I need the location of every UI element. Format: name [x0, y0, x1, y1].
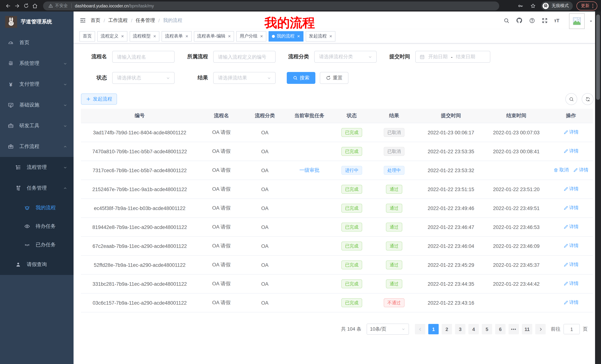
font-size-icon[interactable]: тT	[554, 18, 559, 23]
close-icon[interactable]: ×	[260, 34, 263, 38]
cell-submit-time: 2022-01-22 23:53:35	[418, 142, 484, 161]
page-button-3[interactable]: 3	[455, 324, 465, 334]
security-warning[interactable]: 不安全	[48, 3, 68, 9]
sidebar-item-payment-management[interactable]: ¥ 支付管理	[0, 74, 74, 95]
sidebar-item-leave-query[interactable]: 请假查询	[0, 254, 74, 275]
back-icon[interactable]	[4, 1, 13, 10]
close-icon[interactable]: ×	[153, 34, 156, 38]
close-icon[interactable]: ×	[329, 34, 332, 38]
detail-link[interactable]: 详情	[563, 299, 579, 306]
detail-link[interactable]: 详情	[563, 243, 579, 249]
process-definition-input[interactable]	[213, 51, 276, 63]
page-button-5[interactable]: 5	[482, 324, 492, 334]
cell-category: OA	[244, 237, 285, 256]
close-icon[interactable]: ×	[185, 34, 188, 38]
tab-process-form[interactable]: 流程表单 ×	[161, 31, 191, 41]
reset-button[interactable]: 重置	[320, 72, 348, 84]
current-task-link[interactable]: 一级审批	[299, 167, 320, 173]
pages-more-button[interactable]: •••	[509, 324, 519, 334]
app-logo[interactable]: 芋道管理系统	[0, 11, 74, 32]
sidebar-item-label: 基础设施	[19, 102, 39, 108]
prev-page-button[interactable]	[415, 324, 425, 334]
cell-category: OA	[244, 161, 285, 180]
process-name-input[interactable]	[112, 51, 175, 63]
page-size-select[interactable]: 10条/页	[367, 324, 409, 335]
status-select[interactable]: 请选择状态	[112, 72, 175, 84]
page-button-1[interactable]: 1	[428, 324, 439, 334]
detail-link[interactable]: 详情	[563, 186, 579, 192]
refresh-table-icon[interactable]	[582, 93, 594, 105]
date-range-picker[interactable]: 开始日期 - 结束日期	[415, 51, 490, 63]
breadcrumb-item[interactable]: 任务管理	[136, 17, 155, 24]
app-title: 芋道管理系统	[21, 19, 52, 25]
home-icon[interactable]	[30, 1, 39, 10]
show-search-icon[interactable]	[565, 93, 577, 105]
cell-submit-time: 2022-01-22 23:46:47	[418, 218, 484, 237]
tab-start-process[interactable]: 发起流程 ×	[306, 31, 335, 41]
search-button[interactable]: 搜索	[287, 72, 315, 84]
password-key-icon[interactable]	[516, 1, 525, 10]
sidebar-item-workflow[interactable]: 工作流程	[0, 136, 74, 157]
table-row: 52ffd28e-7b9a-11ec-a290-acde48001122OA 请…	[81, 256, 593, 274]
cell-name: OA 请假	[198, 256, 244, 274]
sidebar-item-task-management[interactable]: 任务管理	[0, 178, 74, 199]
close-icon[interactable]: ×	[121, 34, 124, 38]
table-header-row: 编号流程名流程分类当前审批任务状态结果提交时间结束时间操作	[81, 109, 593, 123]
page-button-6[interactable]: 6	[495, 324, 506, 334]
page-button-4[interactable]: 4	[468, 324, 479, 334]
tab-process-definition[interactable]: 流程定义 ×	[97, 31, 127, 41]
tab-process-model[interactable]: 流程模型 ×	[130, 31, 159, 41]
detail-link[interactable]: 详情	[573, 167, 588, 173]
result-select[interactable]: 请选择流结果	[213, 72, 276, 84]
tab-process-form-edit[interactable]: 流程表单-编辑 ×	[194, 31, 234, 41]
breadcrumb-item[interactable]: 工作流程	[108, 17, 128, 24]
start-process-button[interactable]: 发起流程	[81, 94, 117, 105]
header-search-icon[interactable]	[503, 17, 510, 24]
address-bar[interactable]: 不安全 dashboard.yudao.iocoder.cn/bpm/task/…	[43, 1, 499, 10]
page-scrollbar[interactable]	[595, 11, 601, 364]
help-icon[interactable]	[529, 17, 535, 24]
sidebar-item-done-tasks[interactable]: 已办任务	[0, 236, 74, 254]
sidebar-item-system-management[interactable]: 系统管理	[0, 53, 74, 74]
sidebar-item-my-process[interactable]: 我的流程	[0, 199, 74, 217]
avatar-caret-icon[interactable]	[588, 19, 594, 24]
next-page-button[interactable]	[535, 324, 546, 334]
goto-page-input[interactable]	[563, 324, 580, 334]
cell-id: ec45f38f-7b9a-11ec-b03b-acde48001122	[81, 199, 198, 218]
avatar[interactable]	[569, 13, 585, 29]
detail-link[interactable]: 详情	[563, 224, 579, 230]
detail-link[interactable]: 详情	[563, 262, 579, 268]
breadcrumb-item[interactable]: 首页	[91, 17, 100, 24]
tab-home[interactable]: 首页	[80, 31, 95, 41]
forward-icon[interactable]	[13, 1, 21, 10]
process-category-select[interactable]: 请选择流程分类	[314, 51, 377, 63]
sidebar-item-dev-tools[interactable]: 研发工具	[0, 115, 74, 136]
detail-link[interactable]: 详情	[563, 280, 579, 287]
chevron-down-icon	[63, 82, 68, 87]
detail-link[interactable]: 详情	[563, 129, 579, 135]
fullscreen-icon[interactable]	[541, 17, 548, 24]
detail-link[interactable]: 详情	[563, 205, 579, 211]
sidebar-item-home[interactable]: 首页	[0, 32, 74, 53]
update-button[interactable]: 更新	[576, 1, 597, 10]
tab-user-group[interactable]: 用户分组 ×	[236, 31, 266, 41]
sidebar-item-todo-tasks[interactable]: 待办任务	[0, 217, 74, 236]
bookmark-star-icon[interactable]	[529, 1, 538, 10]
scrollbar-thumb[interactable]	[596, 14, 600, 100]
tab-my-process[interactable]: 我的流程 ×	[269, 31, 303, 41]
page-button-2[interactable]: 2	[442, 324, 452, 334]
cell-result: 通过	[370, 256, 418, 274]
cell-name: OA 请假	[198, 237, 244, 256]
close-icon[interactable]: ×	[228, 34, 231, 38]
browser-menu-icon[interactable]	[590, 2, 596, 9]
reload-icon[interactable]	[21, 1, 30, 10]
cell-actions: 详情	[549, 274, 593, 293]
detail-link[interactable]: 详情	[563, 148, 579, 154]
page-button-11[interactable]: 11	[522, 324, 532, 334]
github-icon[interactable]	[516, 17, 522, 24]
sidebar-collapse-icon[interactable]	[80, 17, 86, 24]
sidebar-item-infrastructure[interactable]: 基础设施	[0, 95, 74, 115]
cancel-link[interactable]: 取消	[553, 167, 569, 173]
sidebar-item-process-management[interactable]: 流程管理	[0, 157, 74, 178]
close-icon[interactable]: ×	[297, 34, 300, 38]
